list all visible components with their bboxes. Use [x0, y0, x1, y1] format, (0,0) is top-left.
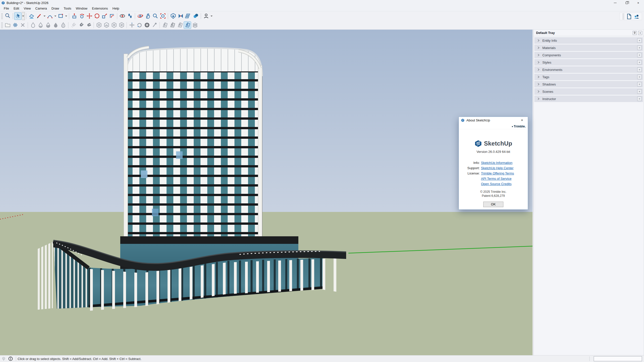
follow-me-tool-button[interactable] [78, 12, 86, 20]
move-tool-button[interactable] [86, 12, 93, 20]
ok-button[interactable]: OK [483, 202, 503, 207]
menu-draw[interactable]: Draw [49, 6, 61, 11]
tray-section-environments[interactable]: Environments × [534, 66, 643, 73]
terrain-stamp-button[interactable] [184, 21, 191, 29]
magnet-dark-2-button[interactable] [85, 21, 92, 29]
pencil-tool-dropdown[interactable] [43, 12, 46, 20]
search-sketchup-button[interactable] [4, 12, 11, 20]
push-pull-tool-button[interactable] [70, 12, 78, 20]
tray-section-styles[interactable]: Styles × [534, 59, 643, 66]
restore-button[interactable] [621, 0, 632, 6]
people-button[interactable] [633, 13, 640, 20]
geolocation-icon[interactable] [2, 357, 6, 361]
styles-gear-button[interactable] [11, 21, 19, 29]
tray-section-tags[interactable]: Tags × [534, 74, 643, 80]
hex-fingerprint-button[interactable] [110, 21, 118, 29]
scale-tool-button[interactable] [101, 12, 108, 20]
info-icon[interactable] [8, 356, 13, 361]
orbit-tool-button[interactable] [136, 12, 144, 20]
move-alt-button[interactable] [128, 21, 136, 29]
drop-empty-button[interactable] [29, 21, 37, 29]
dialog-title-bar[interactable]: About SketchUp × [459, 117, 528, 124]
menu-file[interactable]: File [2, 6, 11, 11]
walk-tool-button[interactable] [126, 12, 134, 20]
toolbar-grip[interactable] [1, 22, 3, 28]
link-sketchup-help-center[interactable]: SketchUp Help Center [481, 165, 513, 171]
folder-open-button[interactable] [4, 21, 11, 29]
toolbar-grip[interactable] [622, 13, 624, 19]
magnet-dark-1-button[interactable] [77, 21, 85, 29]
link-sketchup-information[interactable]: SketchUp Information [481, 160, 512, 165]
dialog-close-button[interactable]: × [518, 118, 526, 123]
select-tool-button[interactable] [14, 12, 22, 20]
tray-section-close-button[interactable]: × [637, 53, 642, 57]
hex-square-button[interactable] [95, 21, 103, 29]
document-button[interactable] [625, 13, 633, 20]
arc-tool-dropdown[interactable] [54, 12, 57, 20]
select-tool-dropdown[interactable] [22, 12, 25, 20]
tray-section-components[interactable]: Components × [534, 52, 643, 58]
rotate-alt-button[interactable] [136, 21, 143, 29]
trimble-connect-button[interactable] [192, 12, 199, 20]
menu-camera[interactable]: Camera [33, 6, 49, 11]
tray-pin-button[interactable] [633, 31, 637, 35]
menu-window[interactable]: Window [73, 6, 90, 11]
measurements-input[interactable] [594, 356, 642, 361]
tray-section-close-button[interactable]: × [637, 60, 642, 65]
link-api-terms-of-service[interactable]: API Terms of Service [481, 176, 511, 181]
drop-full-button[interactable] [52, 21, 59, 29]
tray-section-close-button[interactable]: × [637, 67, 642, 72]
add-circle-button[interactable] [143, 21, 151, 29]
drop-low-button[interactable] [37, 21, 44, 29]
magnet-faded-button[interactable] [70, 21, 77, 29]
hex-dome-button[interactable] [103, 21, 110, 29]
shape-tool-dropdown[interactable] [64, 12, 68, 20]
zoom-tool-button[interactable] [151, 12, 159, 20]
offset-tool-button[interactable] [108, 12, 116, 20]
hex-slash-button[interactable] [118, 21, 125, 29]
link-open-source-credits[interactable]: Open Source Credits [481, 181, 511, 187]
pan-tool-button[interactable] [144, 12, 151, 20]
sign-in-dropdown[interactable] [210, 12, 213, 20]
tray-section-close-button[interactable]: × [637, 75, 642, 79]
pencil-tool-button[interactable] [35, 12, 43, 20]
tray-section-scenes[interactable]: Scenes × [534, 88, 643, 95]
tray-section-shadows[interactable]: Shadows × [534, 81, 643, 87]
position-camera-tool-button[interactable] [118, 12, 126, 20]
drop-hatched-button[interactable] [59, 21, 67, 29]
link-trimble-offering-terms[interactable]: Trimble Offering Terms [481, 171, 514, 176]
minimize-button[interactable] [609, 0, 621, 6]
tray-section-close-button[interactable]: × [637, 46, 642, 50]
close-button[interactable]: × [632, 0, 644, 6]
tray-section-materials[interactable]: Materials × [534, 44, 643, 51]
menu-tools[interactable]: Tools [61, 6, 73, 11]
zoom-extents-tool-button[interactable] [159, 12, 167, 20]
menu-edit[interactable]: Edit [11, 6, 21, 11]
building-model[interactable] [0, 30, 533, 355]
tray-section-close-button[interactable]: × [637, 89, 642, 94]
soften-edges-stack-button[interactable] [191, 21, 199, 29]
tray-section-instructor[interactable]: Instructor × [534, 96, 643, 102]
flip-tool-button[interactable] [184, 12, 192, 20]
arc-tool-button[interactable] [46, 12, 54, 20]
tray-close-button[interactable]: × [638, 31, 642, 35]
menu-view[interactable]: View [21, 6, 33, 11]
drop-half-button[interactable] [44, 21, 52, 29]
terrain-from-scratch-button[interactable] [169, 21, 176, 29]
tray-section-close-button[interactable]: × [637, 97, 642, 101]
pin-tool-button[interactable] [151, 21, 158, 29]
tray-section-entity-info[interactable]: Entity Info × [534, 37, 643, 44]
shape-tool-button[interactable] [57, 12, 64, 20]
tray-section-close-button[interactable]: × [637, 38, 642, 43]
eraser-tool-button[interactable] [28, 12, 35, 20]
delete-x-button[interactable] [19, 21, 26, 29]
3d-warehouse-button[interactable] [169, 12, 177, 20]
sign-in-button[interactable] [202, 12, 210, 20]
menu-help[interactable]: Help [110, 6, 122, 11]
terrain-smoove-button[interactable] [176, 21, 184, 29]
terrain-from-contours-button[interactable] [161, 21, 169, 29]
menu-extensions[interactable]: Extensions [90, 6, 110, 11]
tray-section-close-button[interactable]: × [637, 82, 642, 86]
extension-warehouse-button[interactable] [177, 12, 184, 20]
toolbar-grip[interactable] [1, 13, 3, 19]
